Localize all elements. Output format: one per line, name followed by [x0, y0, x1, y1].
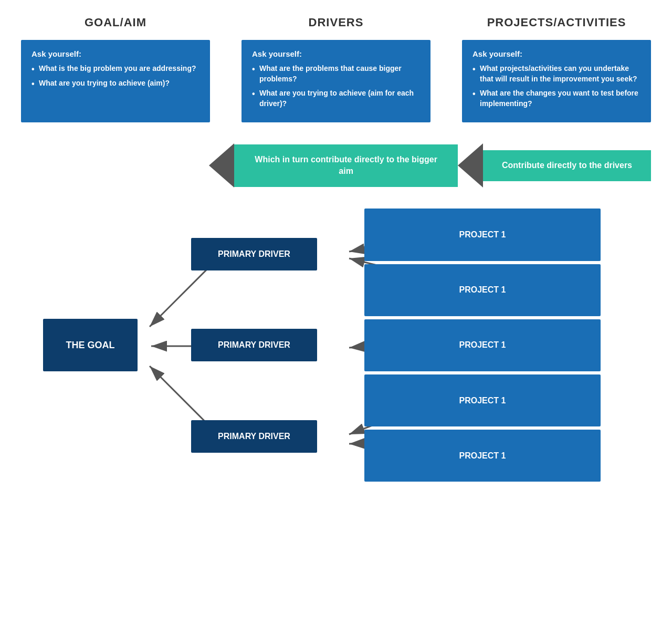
- right-arrow-text: Contribute directly to the drivers: [502, 161, 632, 170]
- info-box-goal: Ask yourself: What is the big problem yo…: [21, 40, 210, 122]
- driver-box-3: PRIMARY DRIVER: [191, 420, 317, 453]
- info-box-goal-ask: Ask yourself:: [32, 49, 200, 58]
- project-box-2: PROJECT 1: [364, 264, 601, 316]
- project-box-5: PROJECT 1: [364, 430, 601, 482]
- goal-box: THE GOAL: [43, 319, 138, 371]
- info-box-drivers: Ask yourself: What are the problems that…: [242, 40, 430, 122]
- projects-col: PROJECT 1 PROJECT 1 PROJECT 1 PROJECT 1 …: [349, 209, 601, 482]
- left-arrow-icon: [209, 143, 234, 188]
- project-box-1: PROJECT 1: [364, 209, 601, 261]
- info-box-goal-list: What is the big problem you are addressi…: [32, 64, 200, 88]
- header-row: GOAL/AIM DRIVERS PROJECTS/ACTIVITIES: [21, 16, 651, 29]
- info-box-goal-bullet-1: What is the big problem you are addressi…: [32, 64, 200, 74]
- info-box-projects: Ask yourself: What projects/activities c…: [462, 40, 651, 122]
- driver-1-label: PRIMARY DRIVER: [218, 249, 290, 258]
- info-box-drivers-ask: Ask yourself:: [252, 49, 420, 58]
- project-3-label: PROJECT 1: [459, 340, 506, 350]
- info-box-drivers-bullet-2: What are you trying to achieve (aim for …: [252, 88, 420, 109]
- driver-box-1: PRIMARY DRIVER: [191, 238, 317, 270]
- header-projects: PROJECTS/ACTIVITIES: [462, 16, 651, 29]
- project-2-label: PROJECT 1: [459, 285, 506, 295]
- info-box-goal-bullet-2: What are you trying to achieve (aim)?: [32, 78, 200, 89]
- right-arrow-icon: [458, 143, 483, 188]
- info-boxes-row: Ask yourself: What is the big problem yo…: [21, 40, 651, 122]
- header-drivers-label: DRIVERS: [242, 16, 430, 29]
- driver-box-2: PRIMARY DRIVER: [191, 329, 317, 361]
- right-arrow-label: Contribute directly to the drivers: [483, 150, 651, 181]
- right-arrow-block: [458, 143, 483, 188]
- middle-arrow-text: Which in turn contribute directly to the…: [255, 155, 437, 175]
- project-5-label: PROJECT 1: [459, 451, 506, 461]
- drivers-col: PRIMARY DRIVER PRIMARY DRIVER PRIMARY DR…: [160, 209, 349, 482]
- left-arrow-block: [209, 143, 234, 188]
- project-4-label: PROJECT 1: [459, 396, 506, 405]
- header-projects-label: PROJECTS/ACTIVITIES: [462, 16, 651, 29]
- header-goal: GOAL/AIM: [21, 16, 210, 29]
- driver-diagram: THE GOAL PRIMARY DRIVER PRIMARY DRIVER P…: [21, 209, 651, 482]
- project-box-3: PROJECT 1: [364, 319, 601, 371]
- info-box-projects-ask: Ask yourself:: [472, 49, 640, 58]
- info-box-drivers-bullet-1: What are the problems that cause bigger …: [252, 64, 420, 84]
- arrow-row: Which in turn contribute directly to the…: [21, 143, 651, 188]
- driver-2-label: PRIMARY DRIVER: [218, 340, 290, 349]
- info-box-projects-bullet-2: What are the changes you want to test be…: [472, 88, 640, 109]
- info-box-projects-list: What projects/activities can you underta…: [472, 64, 640, 109]
- goal-col: THE GOAL: [21, 209, 160, 482]
- info-box-drivers-list: What are the problems that cause bigger …: [252, 64, 420, 109]
- header-drivers: DRIVERS: [242, 16, 430, 29]
- header-goal-label: GOAL/AIM: [21, 16, 210, 29]
- middle-arrow-label: Which in turn contribute directly to the…: [234, 144, 458, 187]
- driver-3-label: PRIMARY DRIVER: [218, 432, 290, 441]
- info-box-projects-bullet-1: What projects/activities can you underta…: [472, 64, 640, 84]
- project-1-label: PROJECT 1: [459, 230, 506, 239]
- project-box-4: PROJECT 1: [364, 374, 601, 426]
- goal-label: THE GOAL: [66, 340, 115, 351]
